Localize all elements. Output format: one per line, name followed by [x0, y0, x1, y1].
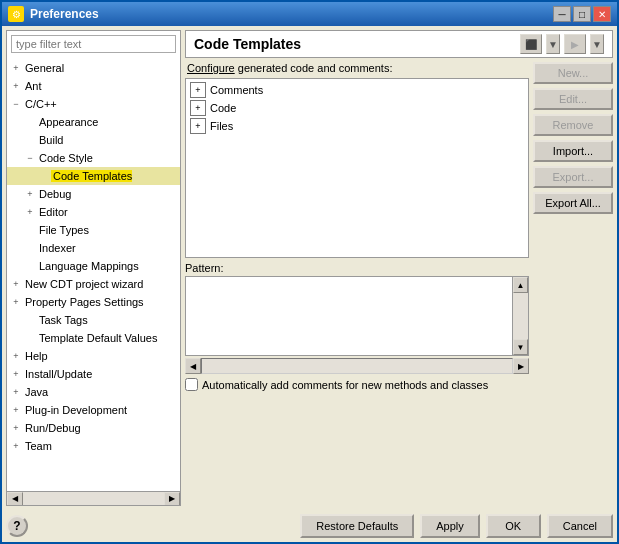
minimize-button[interactable]: ─	[553, 6, 571, 22]
ok-button[interactable]: OK	[486, 514, 541, 538]
close-button[interactable]: ✕	[593, 6, 611, 22]
label-debug: Debug	[37, 188, 71, 200]
pattern-box-wrapper: ▲ ▼	[185, 276, 529, 356]
help-button[interactable]: ?	[6, 515, 28, 537]
cancel-button[interactable]: Cancel	[547, 514, 613, 538]
tree-area: + General + Ant − C/C++	[7, 57, 180, 491]
label-file-types: File Types	[37, 224, 89, 236]
expander-language-mappings	[23, 259, 37, 273]
pattern-scroll-right[interactable]: ▶	[513, 358, 529, 374]
expander-files[interactable]: +	[190, 118, 206, 134]
edit-button[interactable]: Edit...	[533, 88, 613, 110]
content-area: + General + Ant − C/C++	[2, 26, 617, 510]
tree-item-ant[interactable]: + Ant	[7, 77, 180, 95]
pattern-scroll-down[interactable]: ▼	[513, 339, 528, 355]
expander-debug: +	[23, 187, 37, 201]
label-general: General	[23, 62, 64, 74]
panel-header: Code Templates ⬛ ▼ ▶ ▼	[185, 30, 613, 58]
label-plugin-dev: Plug-in Development	[23, 404, 127, 416]
tree-item-general[interactable]: + General	[7, 59, 180, 77]
label-code-templates: Code Templates	[51, 170, 132, 182]
import-button[interactable]: Import...	[533, 140, 613, 162]
tree-item-run-debug[interactable]: + Run/Debug	[7, 419, 180, 437]
side-buttons: New... Edit... Remove Import... Export..…	[533, 62, 613, 506]
tree-item-template-defaults[interactable]: Template Default Values	[7, 329, 180, 347]
list-item-comments[interactable]: + Comments	[188, 81, 526, 99]
tree-item-indexer[interactable]: Indexer	[7, 239, 180, 257]
auto-comments-checkbox[interactable]	[185, 378, 198, 391]
label-team: Team	[23, 440, 52, 452]
expander-comments[interactable]: +	[190, 82, 206, 98]
tree-item-install-update[interactable]: + Install/Update	[7, 365, 180, 383]
tree-item-appearance[interactable]: Appearance	[7, 113, 180, 131]
nav-back-dropdown[interactable]: ▼	[546, 34, 560, 54]
label-template-defaults: Template Default Values	[37, 332, 157, 344]
tree-item-task-tags[interactable]: Task Tags	[7, 311, 180, 329]
pattern-label: Pattern:	[185, 262, 529, 274]
tree-item-team[interactable]: + Team	[7, 437, 180, 455]
pattern-textarea[interactable]	[185, 276, 513, 356]
left-panel: + General + Ant − C/C++	[6, 30, 181, 506]
label-appearance: Appearance	[37, 116, 98, 128]
expander-file-types	[23, 223, 37, 237]
tree-item-file-types[interactable]: File Types	[7, 221, 180, 239]
expander-general: +	[9, 61, 23, 75]
tree-item-code-style[interactable]: − Code Style	[7, 149, 180, 167]
right-panel: Code Templates ⬛ ▼ ▶ ▼ Configure generat…	[185, 30, 613, 506]
tree-item-language-mappings[interactable]: Language Mappings	[7, 257, 180, 275]
scroll-left-btn[interactable]: ◀	[7, 492, 23, 506]
bottom-right: Restore Defaults Apply OK Cancel	[300, 514, 613, 538]
apply-button[interactable]: Apply	[420, 514, 480, 538]
title-bar-left: ⚙ Preferences	[8, 6, 99, 22]
list-item-files[interactable]: + Files	[188, 117, 526, 135]
tree-item-new-cdt[interactable]: + New CDT project wizard	[7, 275, 180, 293]
filter-input[interactable]	[11, 35, 176, 53]
tree-item-help[interactable]: + Help	[7, 347, 180, 365]
export-all-button[interactable]: Export All...	[533, 192, 613, 214]
label-indexer: Indexer	[37, 242, 76, 254]
expander-property-pages: +	[9, 295, 23, 309]
label-comments: Comments	[210, 84, 263, 96]
new-button[interactable]: New...	[533, 62, 613, 84]
title-controls: ─ □ ✕	[553, 6, 611, 22]
pattern-scrollbar: ▲ ▼	[513, 276, 529, 356]
expander-editor: +	[23, 205, 37, 219]
left-panel-scrollbar[interactable]: ◀ ▶	[7, 491, 180, 505]
header-controls: ⬛ ▼ ▶ ▼	[520, 34, 604, 54]
expander-template-defaults	[23, 331, 37, 345]
maximize-button[interactable]: □	[573, 6, 591, 22]
label-java: Java	[23, 386, 48, 398]
template-tree-list[interactable]: + Comments + Code + Files	[185, 78, 529, 258]
label-editor: Editor	[37, 206, 68, 218]
export-button[interactable]: Export...	[533, 166, 613, 188]
label-install-update: Install/Update	[23, 368, 92, 380]
pattern-scroll-left[interactable]: ◀	[185, 358, 201, 374]
nav-forward-dropdown[interactable]: ▼	[590, 34, 604, 54]
bottom-left: ?	[6, 515, 28, 537]
pattern-scroll-up[interactable]: ▲	[513, 277, 528, 293]
panel-title: Code Templates	[194, 36, 301, 52]
tree-item-cpp[interactable]: − C/C++	[7, 95, 180, 113]
scroll-right-btn[interactable]: ▶	[164, 492, 180, 506]
auto-comments-row: Automatically add comments for new metho…	[185, 378, 529, 391]
label-new-cdt: New CDT project wizard	[23, 278, 143, 290]
tree-item-plugin-dev[interactable]: + Plug-in Development	[7, 401, 180, 419]
tree-item-java[interactable]: + Java	[7, 383, 180, 401]
label-language-mappings: Language Mappings	[37, 260, 139, 272]
label-task-tags: Task Tags	[37, 314, 88, 326]
tree-item-debug[interactable]: + Debug	[7, 185, 180, 203]
nav-forward-btn[interactable]: ▶	[564, 34, 586, 54]
tree-item-property-pages[interactable]: + Property Pages Settings	[7, 293, 180, 311]
label-ant: Ant	[23, 80, 42, 92]
list-item-code[interactable]: + Code	[188, 99, 526, 117]
scroll-track	[23, 492, 164, 506]
remove-button[interactable]: Remove	[533, 114, 613, 136]
label-code-style: Code Style	[37, 152, 93, 164]
pattern-scroll-track	[513, 293, 528, 339]
restore-defaults-button[interactable]: Restore Defaults	[300, 514, 414, 538]
expander-code[interactable]: +	[190, 100, 206, 116]
tree-item-editor[interactable]: + Editor	[7, 203, 180, 221]
nav-back-btn[interactable]: ⬛	[520, 34, 542, 54]
tree-item-build[interactable]: Build	[7, 131, 180, 149]
tree-item-code-templates[interactable]: Code Templates	[7, 167, 180, 185]
